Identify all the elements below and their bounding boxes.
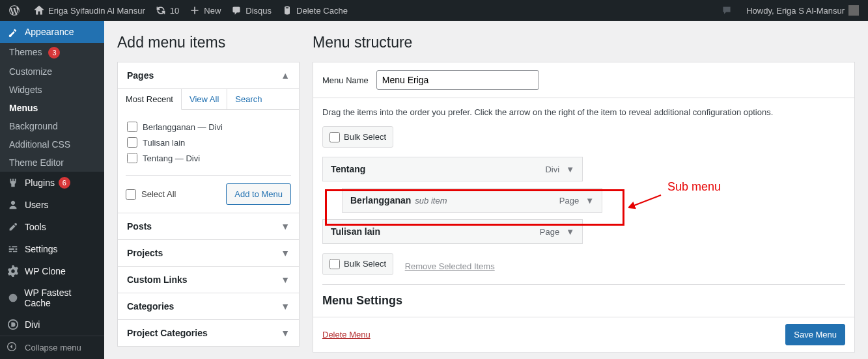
page-checkbox-item[interactable]: Tulisan lain — [127, 135, 290, 150]
tab-most-recent[interactable]: Most Recent — [118, 89, 182, 110]
menu-name-label: Menu Name — [322, 75, 369, 85]
postbox-project-categories-header[interactable]: Project Categories▼ — [118, 320, 299, 346]
submenu-widgets[interactable]: Widgets — [0, 81, 104, 99]
sidebar-item-label: Settings — [25, 244, 58, 254]
sliders-icon — [7, 243, 20, 255]
sidebar-item-label: Plugins — [25, 178, 55, 188]
site-name-text: Eriga Syifaudin Al Mansur — [48, 6, 145, 16]
site-home[interactable]: Eriga Syifaudin Al Mansur — [29, 0, 150, 21]
sidebar-item-wpfc[interactable]: WP Fastest Cache — [0, 282, 104, 313]
main-content: Add menu items Pages ▲ Most Recent View … — [104, 21, 868, 359]
help-text: Drag the items into the order you prefer… — [322, 107, 845, 117]
menu-name-input[interactable] — [376, 70, 539, 90]
postbox-posts-header[interactable]: Posts▼ — [118, 213, 299, 239]
submenu-theme-editor[interactable]: Theme Editor — [0, 153, 104, 172]
updates-count: 10 — [170, 6, 179, 16]
house-icon — [34, 5, 44, 16]
howdy-text: Howdy, Eriga S Al-Mansur — [746, 6, 845, 16]
tab-view-all[interactable]: View All — [182, 89, 227, 109]
collapse-icon — [7, 341, 20, 354]
my-account[interactable]: Howdy, Eriga S Al-Mansur — [741, 0, 864, 21]
submenu-customize[interactable]: Customize — [0, 62, 104, 81]
sidebar-item-label: Tools — [25, 222, 46, 232]
save-menu-button[interactable]: Save Menu — [785, 324, 845, 345]
menu-edit-panel: Menu Name Drag the items into the order … — [313, 62, 855, 352]
caret-down-icon: ▼ — [281, 221, 290, 232]
caret-down-icon: ▼ — [281, 248, 290, 258]
sidebar-item-tools[interactable]: Tools — [0, 216, 104, 238]
menu-item[interactable]: Tentang Divi ▼ — [322, 157, 583, 181]
menu-structure-heading: Menu structure — [313, 34, 855, 51]
caret-down-icon: ▼ — [281, 328, 290, 338]
disqus-label: Disqus — [245, 6, 272, 16]
postbox-categories-header[interactable]: Categories▼ — [118, 293, 299, 319]
plug-icon — [7, 177, 20, 189]
collapse-menu[interactable]: Collapse menu — [0, 336, 104, 359]
gear-icon — [7, 265, 20, 277]
caret-down-icon[interactable]: ▼ — [585, 196, 594, 206]
sidebar-item-settings[interactable]: Settings — [0, 238, 104, 260]
caret-down-icon[interactable]: ▼ — [566, 165, 574, 174]
sidebar-item-label: Appearance — [25, 27, 74, 37]
select-all[interactable]: Select All — [126, 189, 176, 200]
divi-icon — [7, 319, 20, 330]
postbox-pages: Pages ▲ Most Recent View All Search B — [118, 62, 299, 213]
cache-icon — [282, 5, 292, 16]
bulk-select-button-bottom[interactable]: Bulk Select — [322, 253, 393, 274]
bulk-select-button[interactable]: Bulk Select — [322, 126, 393, 148]
bulk-select-checkbox[interactable] — [329, 132, 340, 142]
collapse-label: Collapse menu — [25, 343, 81, 352]
checkbox[interactable] — [127, 122, 137, 132]
checkbox[interactable] — [127, 137, 137, 148]
submenu-additional-css[interactable]: Additional CSS — [0, 135, 104, 153]
plus-icon — [189, 5, 200, 16]
menu-item[interactable]: Tulisan lain Page ▼ — [322, 219, 583, 244]
disqus-link[interactable]: Disqus — [226, 0, 277, 21]
delete-cache-label: Delete Cache — [296, 6, 348, 16]
tab-search[interactable]: Search — [227, 89, 270, 109]
sidebar-item-wpclone[interactable]: WP Clone — [0, 260, 104, 282]
wp-logo[interactable] — [4, 0, 29, 21]
avatar — [848, 5, 859, 16]
wrench-icon — [7, 221, 20, 233]
sidebar-item-divi[interactable]: Divi — [0, 313, 104, 336]
submenu-menus[interactable]: Menus — [0, 99, 104, 117]
notifications[interactable] — [716, 0, 741, 21]
add-menu-items-heading: Add menu items — [117, 34, 300, 51]
user-icon — [7, 199, 20, 211]
sidebar-item-users[interactable]: Users — [0, 194, 104, 216]
sidebar-item-label: WP Clone — [25, 266, 66, 276]
remove-selected-link[interactable]: Remove Selected Items — [405, 261, 495, 271]
delete-cache[interactable]: Delete Cache — [277, 0, 353, 21]
appearance-submenu: Themes 3 Customize Widgets Menus Backgro… — [0, 43, 104, 172]
sidebar-item-plugins[interactable]: Plugins 6 — [0, 172, 104, 194]
new-label: New — [204, 6, 221, 16]
plugins-badge: 6 — [59, 177, 70, 189]
pages-tabs: Most Recent View All Search — [118, 89, 299, 110]
menu-settings-heading: Menu Settings — [322, 284, 845, 308]
delete-menu-link[interactable]: Delete Menu — [322, 330, 371, 339]
postbox-custom-links-header[interactable]: Custom Links▼ — [118, 267, 299, 293]
caret-down-icon: ▼ — [281, 301, 290, 312]
submenu-themes[interactable]: Themes 3 — [0, 43, 104, 62]
sidebar-item-appearance[interactable]: Appearance — [0, 21, 104, 43]
page-checkbox-item[interactable]: Tentang — Divi — [127, 150, 290, 166]
page-checkbox-item[interactable]: Berlangganan — Divi — [127, 119, 290, 135]
update-icon — [156, 5, 166, 16]
themes-badge: 3 — [48, 47, 60, 59]
add-to-menu-button[interactable]: Add to Menu — [226, 183, 291, 205]
postbox-pages-header[interactable]: Pages ▲ — [118, 62, 299, 88]
menu-item-sub[interactable]: Berlangganan sub item Page ▼ — [342, 188, 602, 213]
submenu-background[interactable]: Background — [0, 117, 104, 135]
updates[interactable]: 10 — [150, 0, 184, 21]
sidebar-item-label: Users — [25, 200, 49, 210]
accordion-container: Pages ▲ Most Recent View All Search B — [117, 62, 300, 347]
cheetah-icon — [7, 292, 19, 304]
caret-down-icon[interactable]: ▼ — [566, 227, 574, 237]
checkbox[interactable] — [127, 153, 137, 163]
select-all-checkbox[interactable] — [126, 189, 136, 200]
bulk-select-checkbox[interactable] — [329, 259, 340, 269]
postbox-projects-header[interactable]: Projects▼ — [118, 240, 299, 266]
new-content[interactable]: New — [184, 0, 226, 21]
caret-down-icon: ▼ — [281, 274, 290, 285]
